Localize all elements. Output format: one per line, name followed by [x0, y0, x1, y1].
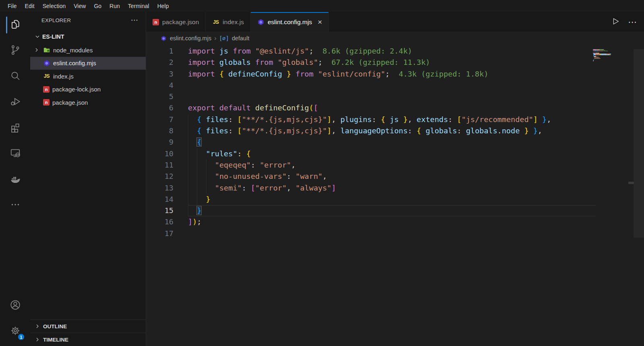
code-line[interactable]: 5 — [146, 91, 596, 102]
docker-activity-button[interactable] — [0, 167, 30, 193]
line-number[interactable]: 13 — [146, 182, 188, 194]
remote-explorer-activity-button[interactable] — [0, 141, 30, 167]
menu-item[interactable]: Go — [90, 2, 105, 10]
code-line-content[interactable]: ]); — [188, 216, 596, 228]
line-number[interactable]: 10 — [146, 148, 188, 160]
line-number[interactable]: 15 — [146, 205, 188, 216]
code-line[interactable]: 1import js from "@eslint/js";8.6k (gzipp… — [146, 46, 596, 57]
code-line-content[interactable]: "no-unused-vars": "warn", — [188, 171, 596, 182]
code-line-content[interactable]: { files: ["**/*.{js,mjs,cjs}"], language… — [188, 125, 596, 137]
run-code-button[interactable] — [611, 17, 620, 27]
file-tree-item-index-js[interactable]: JS index.js — [30, 70, 146, 83]
line-number[interactable]: 3 — [146, 68, 188, 80]
menu-item[interactable]: Help — [154, 2, 173, 10]
menu-item[interactable]: Selection — [39, 2, 70, 10]
line-number[interactable]: 7 — [146, 114, 188, 125]
views-more-actions-icon[interactable]: ⋯ — [131, 18, 138, 22]
code-line-content[interactable]: "eqeqeq": "error", — [188, 160, 596, 171]
code-line[interactable]: 14 } — [146, 194, 596, 205]
menu-item[interactable]: Terminal — [124, 2, 153, 10]
line-number[interactable]: 1 — [146, 46, 188, 57]
account-icon — [9, 299, 21, 313]
file-tree-item-package-lock-json[interactable]: n package-lock.json — [30, 83, 146, 96]
js-icon: JS — [43, 73, 50, 80]
sidebar-sections: OUTLINE TIMELINE — [30, 319, 146, 346]
close-icon[interactable]: × — [318, 18, 322, 26]
indent-guide — [188, 137, 188, 148]
line-number[interactable]: 14 — [146, 194, 188, 205]
editor-tab-index-js[interactable]: JS index.js — [206, 12, 251, 32]
line-number[interactable]: 6 — [146, 102, 188, 114]
line-number[interactable]: 9 — [146, 137, 188, 148]
code-line-content[interactable] — [188, 80, 596, 91]
code-line-content[interactable]: export default defineConfig([ — [188, 102, 596, 114]
line-number[interactable]: 16 — [146, 216, 188, 228]
file-label: package-lock.json — [52, 86, 101, 93]
minimap[interactable] — [593, 49, 622, 62]
npm-icon: n — [43, 99, 50, 106]
run-debug-activity-button[interactable] — [0, 89, 30, 115]
code-line-content[interactable]: "rules": { — [188, 148, 596, 160]
code-line[interactable]: 17 — [146, 228, 596, 239]
menu-item[interactable]: File — [4, 2, 21, 10]
ellipsis-icon — [9, 199, 21, 212]
scrollbar-track[interactable] — [634, 49, 644, 238]
line-number[interactable]: 8 — [146, 125, 188, 137]
code-line[interactable]: 10 "rules": { — [146, 148, 596, 160]
code-line[interactable]: 15 } — [146, 205, 596, 216]
explorer-activity-button[interactable] — [0, 12, 30, 38]
matched-bracket: { — [197, 138, 201, 146]
menu-item[interactable]: Edit — [21, 2, 38, 10]
code-line[interactable]: 4 — [146, 80, 596, 91]
line-number[interactable]: 5 — [146, 91, 188, 102]
search-activity-button[interactable] — [0, 64, 30, 89]
source-control-activity-button[interactable] — [0, 38, 30, 64]
extensions-activity-button[interactable] — [0, 115, 30, 141]
code-line[interactable]: 16]); — [146, 216, 596, 228]
file-tree-item-eslint-config-mjs[interactable]: eslint.config.mjs — [30, 57, 146, 70]
code-line[interactable]: 2import globals from "globals";67.2k (gz… — [146, 57, 596, 68]
settings-button[interactable]: 1 — [0, 319, 30, 344]
code-line-content[interactable]: import { defineConfig } from "eslint/con… — [188, 68, 596, 80]
code-line-content[interactable]: { files: ["**/*.{js,mjs,cjs}"], plugins:… — [188, 114, 596, 125]
matched-bracket: } — [197, 206, 201, 215]
line-number[interactable]: 17 — [146, 228, 188, 239]
editor-more-actions-icon[interactable]: ⋯ — [628, 20, 637, 24]
code-line-content[interactable]: import globals from "globals";67.2k (gzi… — [188, 57, 596, 68]
menu-item[interactable]: Run — [106, 2, 124, 10]
code-line[interactable]: 3import { defineConfig } from "eslint/co… — [146, 68, 596, 80]
more-views-activity-button[interactable] — [0, 193, 30, 218]
breadcrumb-file[interactable]: eslint.config.mjs — [170, 35, 211, 41]
line-number[interactable]: 12 — [146, 171, 188, 182]
account-button[interactable] — [0, 293, 30, 319]
breadcrumb-symbol[interactable]: default — [232, 35, 250, 41]
code-line[interactable]: 9 { — [146, 137, 596, 148]
editor-code-area[interactable]: 1import js from "@eslint/js";8.6k (gzipp… — [146, 44, 644, 346]
code-line[interactable]: 11 "eqeqeq": "error", — [146, 160, 596, 171]
sidebar-section-outline[interactable]: OUTLINE — [30, 319, 146, 333]
line-number[interactable]: 2 — [146, 57, 188, 68]
code-line-content[interactable] — [188, 228, 596, 239]
code-line[interactable]: 12 "no-unused-vars": "warn", — [146, 171, 596, 182]
sidebar-section-timeline[interactable]: TIMELINE — [30, 333, 146, 346]
code-line-content[interactable]: { — [188, 137, 596, 148]
editor-tab-package-json[interactable]: n package.json — [146, 12, 206, 32]
code-line[interactable]: 8 { files: ["**/*.{js,mjs,cjs}"], langua… — [146, 125, 596, 137]
code-line-content[interactable] — [188, 91, 596, 102]
code-line-content[interactable]: import js from "@eslint/js";8.6k (gzippe… — [188, 46, 596, 57]
tab-label: package.json — [162, 19, 199, 26]
file-tree-item-node-modules[interactable]: node_modules — [30, 44, 146, 57]
workspace-root-folder[interactable]: ES-LINT — [30, 31, 146, 42]
js-icon: JS — [212, 19, 219, 26]
file-tree-item-package-json[interactable]: n package.json — [30, 96, 146, 109]
code-line[interactable]: 7 { files: ["**/*.{js,mjs,cjs}"], plugin… — [146, 114, 596, 125]
code-line-content[interactable]: } — [188, 194, 596, 205]
line-number[interactable]: 4 — [146, 80, 188, 91]
editor-tab-eslint-config-mjs[interactable]: eslint.config.mjs × — [251, 12, 329, 32]
menu-item[interactable]: View — [70, 2, 89, 10]
code-line[interactable]: 6export default defineConfig([ — [146, 102, 596, 114]
code-line[interactable]: 13 "semi": ["error", "always"] — [146, 182, 596, 194]
code-line-content[interactable]: } — [188, 205, 596, 216]
line-number[interactable]: 11 — [146, 160, 188, 171]
code-line-content[interactable]: "semi": ["error", "always"] — [188, 182, 596, 194]
